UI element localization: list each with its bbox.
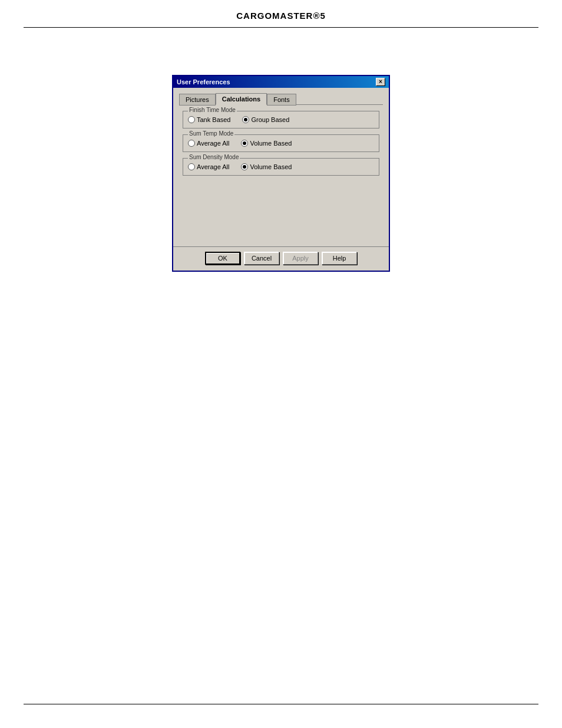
dialog-titlebar: User Preferences × [173,76,389,88]
sum-density-mode-options: Average All Volume Based [188,161,374,170]
average-all-temp-radio[interactable] [188,140,195,147]
sum-density-mode-group: Sum Density Mode Average All Volume Base… [183,158,379,176]
finish-time-mode-group: Finish Time Mode Tank Based Group Based [183,111,379,129]
group-based-option[interactable]: Group Based [242,116,289,123]
sum-temp-mode-options: Average All Volume Based [188,137,374,147]
close-button[interactable]: × [376,78,385,86]
dialog-container: User Preferences × Pictures Calculations… [0,28,562,272]
average-all-temp-option[interactable]: Average All [188,140,229,147]
cancel-button[interactable]: Cancel [244,252,279,265]
volume-based-temp-option[interactable]: Volume Based [241,140,292,147]
sum-temp-mode-group: Sum Temp Mode Average All Volume Based [183,134,379,152]
sum-density-mode-label: Sum Density Mode [188,154,240,160]
volume-based-density-option[interactable]: Volume Based [241,163,292,170]
volume-based-temp-label: Volume Based [250,140,292,147]
tank-based-radio[interactable] [188,116,195,123]
dialog-buttons: OK Cancel Apply Help [173,246,389,271]
sum-temp-mode-label: Sum Temp Mode [188,130,234,137]
group-based-radio[interactable] [242,116,249,123]
dialog-title: User Preferences [177,78,230,85]
finish-time-mode-options: Tank Based Group Based [188,114,374,123]
user-preferences-dialog: User Preferences × Pictures Calculations… [172,75,390,272]
volume-based-temp-radio[interactable] [241,140,248,147]
tab-calculations[interactable]: Calculations [216,93,267,105]
finish-time-mode-label: Finish Time Mode [188,107,237,113]
tank-based-label: Tank Based [197,116,230,123]
page-title: CARGOMASTER®5 [236,11,326,21]
average-all-temp-label: Average All [197,140,229,147]
dialog-body: Pictures Calculations Fonts Finish Time … [173,88,389,246]
average-all-density-label: Average All [197,163,229,170]
page-footer [24,704,538,704]
volume-based-density-label: Volume Based [250,163,292,170]
tab-content-calculations: Finish Time Mode Tank Based Group Based [179,105,383,241]
help-button[interactable]: Help [322,252,357,265]
group-based-label: Group Based [251,116,289,123]
average-all-density-option[interactable]: Average All [188,163,229,170]
page-header: CARGOMASTER®5 [24,0,538,28]
average-all-density-radio[interactable] [188,163,195,170]
volume-based-density-radio[interactable] [241,163,248,170]
tab-fonts[interactable]: Fonts [267,94,296,106]
tab-pictures[interactable]: Pictures [179,94,216,106]
tank-based-option[interactable]: Tank Based [188,116,230,123]
ok-button[interactable]: OK [205,252,240,265]
tabs: Pictures Calculations Fonts [179,93,383,105]
apply-button[interactable]: Apply [283,252,318,265]
